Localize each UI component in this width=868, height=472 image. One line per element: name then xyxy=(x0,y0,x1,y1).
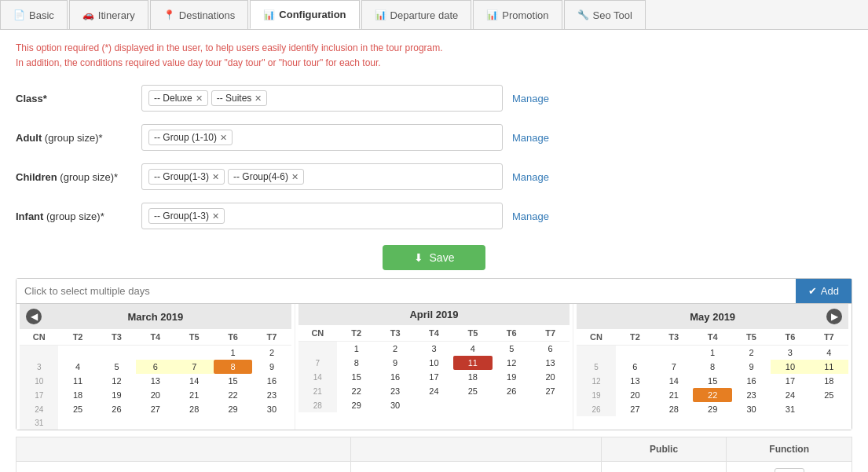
tab-promotion[interactable]: 📊 Promotion xyxy=(473,0,562,29)
children-tag-group46-close[interactable]: ✕ xyxy=(291,172,298,182)
table-row[interactable]: 28 xyxy=(654,402,693,416)
table-row[interactable]: 30 xyxy=(375,398,414,412)
class-tag-suites-close[interactable]: ✕ xyxy=(255,93,262,104)
tab-destinations[interactable]: 📍 Destinations xyxy=(150,0,249,29)
table-row[interactable]: 22 xyxy=(214,388,252,402)
table-row[interactable]: 17 xyxy=(20,388,58,402)
table-row[interactable]: 30 xyxy=(252,402,291,416)
table-row[interactable]: 20 xyxy=(616,388,654,402)
function-gear-button-1[interactable]: ⚙ ▾ xyxy=(775,468,804,472)
table-row[interactable]: 4 xyxy=(453,342,492,357)
table-row[interactable]: 2 xyxy=(375,342,414,357)
table-row[interactable]: 24 xyxy=(415,384,453,398)
infant-manage-link[interactable]: Manage xyxy=(512,210,549,222)
table-row[interactable]: 21 xyxy=(654,388,693,402)
table-row[interactable]: 7 xyxy=(298,356,337,370)
table-row[interactable]: 13 xyxy=(136,374,174,388)
table-row[interactable]: 23 xyxy=(375,384,414,398)
table-row[interactable]: 10 xyxy=(415,356,453,370)
table-row[interactable]: 3 xyxy=(20,360,58,374)
table-row[interactable]: 23 xyxy=(732,388,771,402)
add-button[interactable]: ✔ Add xyxy=(796,279,852,303)
table-row[interactable]: 22 xyxy=(693,388,731,402)
table-row[interactable]: 29 xyxy=(693,402,731,416)
infant-input-area[interactable]: -- Group(1-3) ✕ xyxy=(141,203,503,229)
prev-month-button[interactable]: ◀ xyxy=(26,309,42,324)
class-tag-deluxe[interactable]: -- Deluxe ✕ xyxy=(148,90,208,106)
table-row[interactable]: 28 xyxy=(298,398,337,412)
table-row[interactable]: 5 xyxy=(493,342,531,357)
table-row[interactable]: 12 xyxy=(577,374,615,388)
table-row[interactable]: 5 xyxy=(97,360,136,374)
children-manage-link[interactable]: Manage xyxy=(512,171,549,183)
tab-basic[interactable]: 📄 Basic xyxy=(0,0,68,29)
table-row[interactable]: 29 xyxy=(214,402,252,416)
table-row[interactable]: 2 xyxy=(732,346,771,360)
table-row[interactable]: 18 xyxy=(810,374,848,388)
table-row[interactable]: 11 xyxy=(453,356,492,370)
table-row[interactable]: 3 xyxy=(415,342,453,357)
table-row[interactable]: 21 xyxy=(298,384,337,398)
table-row[interactable]: 12 xyxy=(97,374,136,388)
table-row[interactable]: 12 xyxy=(493,356,531,370)
adult-tag-group110[interactable]: -- Group (1-10) ✕ xyxy=(148,130,233,145)
table-row[interactable]: 25 xyxy=(810,388,848,402)
tab-departure-date[interactable]: 📊 Departure date xyxy=(361,0,472,29)
table-row[interactable]: 23 xyxy=(252,388,291,402)
table-row[interactable]: 19 xyxy=(493,370,531,384)
table-row[interactable]: 15 xyxy=(337,370,375,384)
table-row[interactable]: 6 xyxy=(616,360,654,374)
table-row[interactable]: 27 xyxy=(136,402,174,416)
date-input[interactable] xyxy=(16,279,796,303)
table-row[interactable]: 17 xyxy=(415,370,453,384)
table-row[interactable]: 22 xyxy=(337,384,375,398)
children-input-area[interactable]: -- Group(1-3) ✕ -- Group(4-6) ✕ xyxy=(141,163,503,190)
table-row[interactable]: 14 xyxy=(654,374,693,388)
table-row[interactable]: 26 xyxy=(493,384,531,398)
table-row[interactable]: 10 xyxy=(771,360,809,374)
tab-seo-tool[interactable]: 🔧 Seo Tool xyxy=(564,0,646,29)
children-tag-group13[interactable]: -- Group(1-3) ✕ xyxy=(148,169,225,185)
table-row[interactable]: 2 xyxy=(252,346,291,360)
table-row[interactable]: 28 xyxy=(175,402,214,416)
class-tag-suites[interactable]: -- Suites ✕ xyxy=(211,90,268,106)
table-row[interactable]: 17 xyxy=(771,374,809,388)
table-row[interactable]: 26 xyxy=(97,402,136,416)
table-row[interactable]: 8 xyxy=(214,360,252,374)
tab-itinerary[interactable]: 🚗 Itinerary xyxy=(69,0,148,29)
save-button[interactable]: ⬇ Save xyxy=(383,245,486,270)
table-row[interactable]: 24 xyxy=(771,388,809,402)
table-row[interactable]: 26 xyxy=(577,402,615,416)
table-row[interactable]: 1 xyxy=(337,342,375,357)
table-row[interactable]: 20 xyxy=(136,388,174,402)
class-tag-deluxe-close[interactable]: ✕ xyxy=(196,93,203,104)
table-row[interactable]: 15 xyxy=(214,374,252,388)
table-row[interactable]: 29 xyxy=(337,398,375,412)
table-row[interactable]: 6 xyxy=(136,360,174,374)
children-tag-group13-close[interactable]: ✕ xyxy=(212,172,219,182)
table-row[interactable]: 31 xyxy=(771,402,809,416)
table-row[interactable]: 11 xyxy=(810,360,848,374)
table-row[interactable]: 9 xyxy=(732,360,771,374)
table-row[interactable]: 10 xyxy=(20,374,58,388)
table-row[interactable]: 31 xyxy=(20,416,58,430)
next-month-button[interactable]: ▶ xyxy=(826,309,842,324)
table-row[interactable]: 5 xyxy=(577,360,615,374)
table-row[interactable]: 25 xyxy=(58,402,97,416)
table-row[interactable]: 11 xyxy=(58,374,97,388)
table-row[interactable]: 8 xyxy=(693,360,731,374)
table-row[interactable]: 9 xyxy=(252,360,291,374)
children-tag-group46[interactable]: -- Group(4-6) ✕ xyxy=(228,169,304,185)
infant-tag-group13[interactable]: -- Group(1-3) ✕ xyxy=(148,208,225,224)
table-row[interactable]: 9 xyxy=(375,356,414,370)
table-row[interactable]: 21 xyxy=(175,388,214,402)
table-row[interactable]: 1 xyxy=(214,346,252,360)
table-row[interactable]: 4 xyxy=(810,346,848,360)
table-row[interactable]: 18 xyxy=(453,370,492,384)
table-row[interactable]: 20 xyxy=(531,370,570,384)
table-row[interactable]: 14 xyxy=(298,370,337,384)
table-row[interactable]: 4 xyxy=(58,360,97,374)
adult-manage-link[interactable]: Manage xyxy=(512,132,549,144)
table-row[interactable]: 13 xyxy=(616,374,654,388)
table-row[interactable]: 19 xyxy=(577,388,615,402)
